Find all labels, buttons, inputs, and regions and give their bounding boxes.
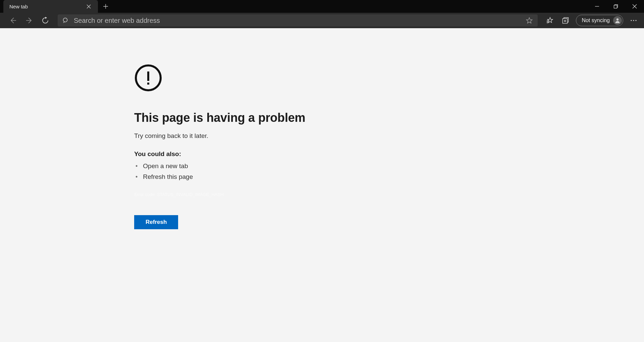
- browser-tab[interactable]: New tab: [3, 0, 98, 13]
- back-button[interactable]: [6, 14, 20, 27]
- svg-rect-0: [614, 5, 617, 8]
- favorites-icon: [546, 17, 554, 24]
- profile-button[interactable]: Not syncing: [576, 15, 623, 26]
- error-panel: This page is having a problem Try coming…: [134, 64, 376, 229]
- star-icon: [526, 17, 533, 24]
- address-input[interactable]: [74, 17, 520, 25]
- collections-icon: [562, 17, 569, 24]
- page-content: This page is having a problem Try coming…: [0, 28, 644, 342]
- arrow-right-icon: [25, 17, 33, 24]
- toolbar: Not syncing: [0, 13, 644, 28]
- new-tab-button[interactable]: [98, 0, 113, 13]
- close-window-button[interactable]: [625, 0, 644, 13]
- refresh-button[interactable]: Refresh: [134, 215, 178, 229]
- svg-point-3: [616, 18, 619, 20]
- svg-point-6: [635, 20, 636, 21]
- x-icon: [87, 4, 91, 9]
- favorite-star-button[interactable]: [524, 15, 534, 26]
- titlebar: New tab: [0, 0, 644, 13]
- error-code: Error code: STATUS_INVALID_IMAGE_HASH: [134, 192, 376, 197]
- svg-rect-9: [147, 83, 149, 85]
- svg-point-5: [633, 20, 634, 21]
- error-suggestion: Refresh this page: [134, 173, 376, 181]
- forward-button[interactable]: [22, 14, 36, 27]
- minimize-button[interactable]: [588, 0, 606, 13]
- error-title: This page is having a problem: [134, 111, 376, 125]
- person-icon: [614, 17, 621, 23]
- svg-rect-8: [147, 71, 149, 81]
- profile-label: Not syncing: [582, 17, 610, 23]
- plus-icon: [103, 4, 108, 9]
- ellipsis-icon: [630, 17, 637, 24]
- collections-button[interactable]: [558, 14, 573, 27]
- tab-title: New tab: [9, 4, 80, 9]
- address-bar[interactable]: [58, 14, 538, 27]
- avatar: [613, 16, 622, 25]
- window-controls: [588, 0, 644, 13]
- maximize-icon: [613, 4, 618, 9]
- close-icon: [632, 4, 637, 9]
- svg-point-1: [63, 18, 67, 22]
- maximize-button[interactable]: [606, 0, 625, 13]
- error-suggestion-list: Open a new tab Refresh this page: [134, 162, 376, 181]
- refresh-icon: [42, 17, 49, 24]
- close-tab-button[interactable]: [84, 2, 93, 11]
- error-subtitle: Try coming back to it later.: [134, 132, 376, 140]
- arrow-left-icon: [9, 17, 17, 24]
- search-icon: [62, 17, 69, 24]
- favorites-button[interactable]: [543, 14, 557, 27]
- more-button[interactable]: [627, 14, 641, 27]
- error-suggestion: Open a new tab: [134, 162, 376, 170]
- error-also-label: You could also:: [134, 150, 376, 158]
- refresh-nav-button[interactable]: [38, 14, 52, 27]
- alert-icon: [134, 64, 376, 92]
- minimize-icon: [595, 4, 599, 9]
- svg-point-4: [631, 20, 632, 21]
